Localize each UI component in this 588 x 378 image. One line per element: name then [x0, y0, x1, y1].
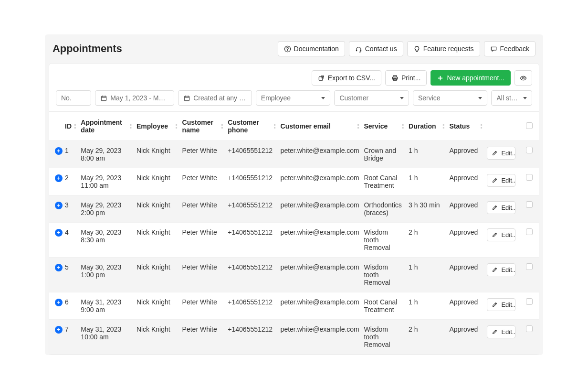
- cell-customer-email: peter.white@example.com: [278, 141, 361, 168]
- cell-customer-phone: +14065551212: [225, 195, 277, 223]
- created-at-value: Created at any time: [193, 94, 247, 102]
- dropdown-value: Employee: [261, 94, 291, 102]
- column-status[interactable]: Status▪▪: [446, 112, 484, 141]
- cell-duration: 1 h: [406, 168, 446, 195]
- edit-icon: [492, 177, 499, 184]
- column-appointment-date[interactable]: Appointment date▪▪: [78, 112, 134, 141]
- customer-filter-dropdown[interactable]: Customer: [334, 90, 409, 106]
- select-row-checkbox[interactable]: [526, 298, 533, 305]
- edit-appointment-button[interactable]: Edit...: [487, 325, 515, 338]
- column-customer-phone[interactable]: Customer phone▪▪: [225, 112, 277, 141]
- cell-appointment-date: May 29, 202311:00 am: [78, 168, 134, 195]
- expand-row-button[interactable]: +: [55, 174, 63, 182]
- cell-appointment-date: May 30, 20238:30 am: [78, 223, 134, 258]
- cell-employee: Nick Knight: [134, 195, 179, 223]
- cell-employee: Nick Knight: [134, 141, 179, 168]
- edit-appointment-button[interactable]: Edit...: [487, 263, 515, 276]
- expand-row-button[interactable]: +: [55, 229, 63, 237]
- column-select-all[interactable]: [520, 112, 539, 141]
- cell-status: Approved: [446, 258, 484, 292]
- select-all-checkbox[interactable]: [526, 122, 533, 129]
- dropdown-value: All sta...: [496, 94, 520, 102]
- column-customer-email[interactable]: Customer email▪▪: [278, 112, 361, 141]
- edit-appointment-button[interactable]: Edit...: [487, 147, 515, 160]
- edit-icon: [492, 150, 499, 157]
- column-service[interactable]: Service▪▪: [361, 112, 406, 141]
- cell-appointment-date: May 29, 20232:00 pm: [78, 195, 134, 223]
- select-row-checkbox[interactable]: [526, 263, 533, 270]
- new-appointment-button[interactable]: New appointment...: [430, 70, 511, 86]
- cell-id: 3: [62, 195, 78, 223]
- sort-icon[interactable]: ▪▪: [442, 123, 444, 129]
- print-icon: [391, 75, 399, 82]
- sort-icon[interactable]: ▪▪: [130, 123, 132, 129]
- caret-down-icon: [400, 97, 404, 99]
- caret-down-icon: [478, 97, 482, 99]
- column-customer-name[interactable]: Customer name▪▪: [179, 112, 225, 141]
- sort-icon[interactable]: ▪▪: [273, 123, 275, 129]
- cell-employee: Nick Knight: [134, 258, 179, 292]
- edit-icon: [492, 231, 499, 238]
- cell-service: Root Canal Treatment: [361, 168, 406, 195]
- employee-filter-dropdown[interactable]: Employee: [256, 90, 331, 106]
- feature-requests-button[interactable]: Feature requests: [407, 41, 480, 56]
- sort-icon[interactable]: ▪▪: [480, 123, 482, 129]
- print-button[interactable]: Print...: [385, 70, 427, 86]
- date-range-picker[interactable]: May 1, 2023 - May 3...: [95, 90, 174, 106]
- select-row-checkbox[interactable]: [526, 147, 533, 153]
- edit-label: Edit...: [501, 177, 515, 184]
- sort-icon[interactable]: ▪▪: [221, 123, 223, 129]
- column-duration[interactable]: Duration▪▪: [406, 112, 446, 141]
- expand-row-button[interactable]: +: [55, 326, 63, 334]
- sort-icon[interactable]: ▪▪: [74, 123, 76, 129]
- feedback-button[interactable]: Feedback: [484, 41, 536, 56]
- plus-icon: [437, 75, 444, 82]
- columns-visibility-button[interactable]: [514, 70, 532, 86]
- edit-label: Edit...: [501, 328, 515, 335]
- cell-id: 5: [62, 258, 78, 292]
- lightbulb-icon: [413, 45, 420, 53]
- dropdown-value: Customer: [339, 94, 368, 102]
- cell-service: Crown and Bridge: [361, 141, 406, 168]
- select-row-checkbox[interactable]: [526, 174, 533, 181]
- chat-icon: [490, 45, 497, 53]
- cell-customer-name: Peter White: [179, 141, 225, 168]
- cell-duration: 2 h: [406, 320, 446, 355]
- cell-customer-phone: +14065551212: [225, 320, 277, 355]
- export-csv-button[interactable]: Export to CSV...: [312, 70, 381, 86]
- edit-appointment-button[interactable]: Edit...: [487, 228, 515, 241]
- cell-status: Approved: [446, 223, 484, 258]
- select-row-checkbox[interactable]: [526, 325, 533, 332]
- cell-duration: 3 h 30 min: [406, 195, 446, 223]
- select-row-checkbox[interactable]: [526, 201, 533, 208]
- expand-row-button[interactable]: +: [55, 147, 63, 155]
- contact-us-button[interactable]: Contact us: [349, 41, 403, 56]
- cell-duration: 1 h: [406, 258, 446, 292]
- expand-row-button[interactable]: +: [55, 202, 63, 209]
- cell-customer-email: peter.white@example.com: [278, 320, 361, 355]
- export-icon: [318, 75, 325, 82]
- created-at-picker[interactable]: Created at any time: [178, 90, 252, 106]
- cell-customer-name: Peter White: [179, 292, 225, 320]
- sort-icon[interactable]: ▪▪: [402, 123, 404, 129]
- edit-appointment-button[interactable]: Edit...: [487, 298, 515, 311]
- service-filter-dropdown[interactable]: Service: [413, 90, 488, 106]
- search-number-input[interactable]: No.: [56, 90, 91, 106]
- select-row-checkbox[interactable]: [526, 228, 533, 235]
- appointments-table: ID▪▪ Appointment date▪▪ Employee▪▪ Custo…: [49, 111, 539, 355]
- sort-icon[interactable]: ▪▪: [357, 123, 359, 129]
- column-employee[interactable]: Employee▪▪: [134, 112, 179, 141]
- edit-appointment-button[interactable]: Edit...: [487, 201, 515, 214]
- cell-status: Approved: [446, 195, 484, 223]
- status-filter-dropdown[interactable]: All sta...: [491, 90, 532, 106]
- cell-customer-name: Peter White: [179, 223, 225, 258]
- documentation-button[interactable]: Documentation: [278, 41, 345, 56]
- edit-appointment-button[interactable]: Edit...: [487, 174, 515, 187]
- sort-icon[interactable]: ▪▪: [175, 123, 177, 129]
- column-id[interactable]: ID▪▪: [62, 112, 78, 141]
- table-row: +2May 29, 202311:00 amNick KnightPeter W…: [49, 168, 539, 195]
- expand-row-button[interactable]: +: [55, 264, 63, 271]
- expand-row-button[interactable]: +: [55, 299, 63, 306]
- button-label: Feature requests: [423, 45, 474, 53]
- cell-customer-phone: +14065551212: [225, 168, 277, 195]
